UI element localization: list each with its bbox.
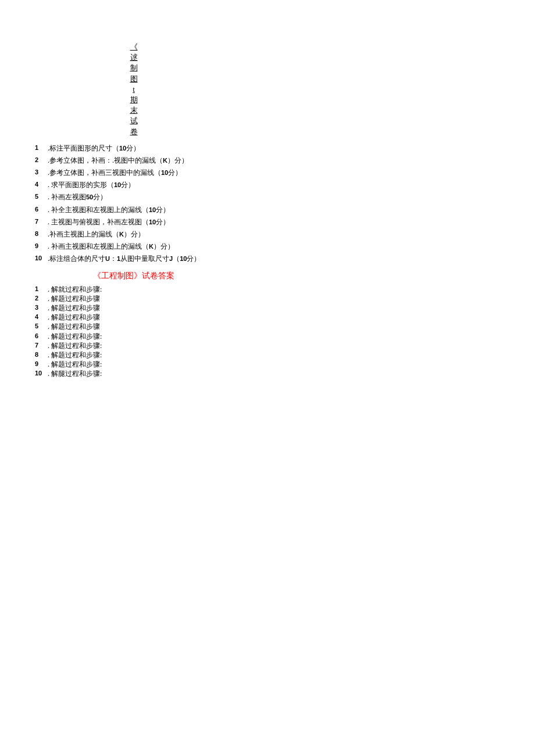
- question-number: 5: [35, 192, 48, 202]
- answer-number: 5: [35, 322, 48, 331]
- question-row: 8 .补画主视图上的漏线（K）分）: [35, 229, 233, 240]
- question-number: 4: [35, 180, 48, 190]
- question-row: 7 . 主视图与俯视图，补画左视图（10分）: [35, 217, 233, 228]
- title-char: t: [35, 84, 233, 95]
- answer-number: 9: [35, 360, 48, 368]
- question-text: . 主视图与俯视图，补画左视图（10分）: [48, 217, 233, 228]
- question-number: 10: [35, 253, 48, 264]
- answer-number: 2: [35, 294, 48, 303]
- title-char: 《: [35, 42, 233, 52]
- question-text: .参考立体图，补画三视图中的漏线（10分）: [48, 167, 233, 178]
- answer-row: 4 . 解题过程和步骤: [35, 313, 233, 322]
- answer-row: 2 . 解题过程和步骤: [35, 294, 233, 303]
- question-text: . 补全主视图和左视图上的漏线（10分）: [48, 205, 233, 216]
- answer-text: . 解题过程和步骤: [48, 294, 233, 303]
- question-row: 2 .参考立体图，补画：.视图中的漏线（K）分）: [35, 155, 233, 166]
- question-text: . 补画主视图和左视图上的漏线（K）分）: [48, 241, 233, 252]
- questions-list: 1 .标注平面图形的尺寸（10分） 2 .参考立体图，补画：.视图中的漏线（K）…: [35, 143, 233, 265]
- answer-text: . 解题过程和步骤:: [48, 332, 233, 341]
- question-row: 1 .标注平面图形的尺寸（10分）: [35, 143, 233, 154]
- title-char: 试: [35, 116, 233, 126]
- title-char: 卷: [35, 127, 233, 137]
- answer-row: 7 . 解题过程和步骤:: [35, 341, 233, 350]
- question-number: 6: [35, 205, 48, 215]
- answer-text: . 解就过程和步骤:: [48, 285, 233, 294]
- question-number: 2: [35, 155, 48, 166]
- answer-row: 6 . 解题过程和步骤:: [35, 332, 233, 341]
- title-char: 末: [35, 105, 233, 116]
- answer-number: 3: [35, 303, 48, 312]
- question-text: . 补画左视图50分）: [48, 192, 233, 203]
- title-char: 期: [35, 95, 233, 105]
- title-char: 图: [35, 74, 233, 84]
- answer-number: 1: [35, 285, 48, 293]
- document-page: 《 逑 制 图 t 期 末 试 卷 1 .标注平面图形的尺寸（10分） 2 .参…: [0, 0, 268, 402]
- answers-list: 1 . 解就过程和步骤: 2 . 解题过程和步骤 3 . 解题过程和步骤 4 .…: [35, 285, 233, 379]
- answer-text: . 解题过程和步骤: [48, 313, 233, 322]
- question-row: 9 . 补画主视图和左视图上的漏线（K）分）: [35, 241, 233, 252]
- answer-text: . 解题过程和步骤: [48, 322, 233, 331]
- answer-row: 5 . 解题过程和步骤: [35, 322, 233, 331]
- question-number: 1: [35, 143, 48, 153]
- answer-row: 9 . 解题过程和步骤:: [35, 360, 233, 369]
- answer-text: . 解腿过程和步骤:: [48, 369, 233, 378]
- answer-section-title: 《工程制图》试卷答案: [35, 271, 233, 281]
- answer-row: 8 . 解题过程和步骤:: [35, 350, 233, 360]
- question-number: 9: [35, 241, 48, 252]
- answer-row: 10 . 解腿过程和步骤:: [35, 369, 233, 378]
- question-text: . 求平面图形的实形（10分）: [48, 180, 233, 191]
- answer-text: . 解题过程和步骤:: [48, 341, 233, 350]
- answer-number: 4: [35, 313, 48, 321]
- answer-number: 8: [35, 350, 48, 359]
- vertical-title: 《 逑 制 图 t 期 末 试 卷: [35, 42, 233, 137]
- answer-number: 10: [35, 369, 48, 378]
- title-char: 逑: [35, 52, 233, 63]
- question-text: .参考立体图，补画：.视图中的漏线（K）分）: [48, 155, 233, 166]
- question-text: .补画主视图上的漏线（K）分）: [48, 229, 233, 240]
- answer-row: 1 . 解就过程和步骤:: [35, 285, 233, 294]
- question-row: 6 . 补全主视图和左视图上的漏线（10分）: [35, 205, 233, 216]
- question-row: 5 . 补画左视图50分）: [35, 192, 233, 203]
- question-text: .标注平面图形的尺寸（10分）: [48, 143, 233, 154]
- question-row: 10 .标注组合体的尺寸U：1从图中量取尺寸J（10分）: [35, 253, 233, 264]
- answer-text: . 解题过程和步骤: [48, 303, 233, 313]
- question-number: 8: [35, 229, 48, 239]
- question-number: 7: [35, 217, 48, 227]
- answer-number: 6: [35, 332, 48, 341]
- answer-number: 7: [35, 341, 48, 350]
- question-row: 4 . 求平面图形的实形（10分）: [35, 180, 233, 191]
- answer-text: . 解题过程和步骤:: [48, 350, 233, 360]
- question-number: 3: [35, 167, 48, 178]
- answer-text: . 解题过程和步骤:: [48, 360, 233, 369]
- question-row: 3 .参考立体图，补画三视图中的漏线（10分）: [35, 167, 233, 178]
- question-text: .标注组合体的尺寸U：1从图中量取尺寸J（10分）: [48, 253, 233, 264]
- answer-row: 3 . 解题过程和步骤: [35, 303, 233, 313]
- title-char: 制: [35, 63, 233, 73]
